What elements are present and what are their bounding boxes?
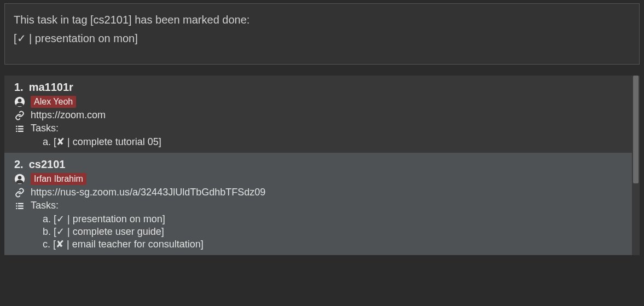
svg-rect-11 [18, 203, 24, 204]
module-list: 1.ma1101rAlex Yeohhttps://zoom.comTasks:… [4, 76, 632, 255]
subtasks: a. [✓ | presentation on mon]b. [✓ | comp… [43, 213, 622, 250]
svg-rect-13 [18, 205, 24, 206]
svg-rect-12 [16, 205, 17, 206]
module-title: 1.ma1101r [14, 81, 622, 94]
status-line-1: This task in tag [cs2101] has been marke… [14, 10, 630, 29]
tasks-header-row: Tasks: [14, 123, 622, 134]
link-row: https://zoom.com [14, 109, 622, 121]
link-icon [14, 111, 25, 120]
list-icon [14, 201, 25, 211]
module-link[interactable]: https://nus-sg.zoom.us/a/32443JlUldTbGdh… [31, 187, 265, 198]
svg-point-9 [18, 176, 22, 180]
module-name: ma1101r [29, 81, 73, 93]
tasks-label: Tasks: [31, 200, 59, 211]
tasks-label: Tasks: [31, 123, 59, 134]
svg-rect-3 [18, 125, 24, 126]
svg-rect-6 [16, 130, 17, 131]
subtask: b. [✓ | complete user guide] [43, 226, 622, 238]
link-icon [14, 188, 25, 198]
tasks-header-row: Tasks: [14, 200, 622, 211]
person-icon [14, 174, 25, 184]
module-index: 1. [14, 81, 24, 93]
svg-rect-7 [18, 130, 24, 131]
module-name: cs2101 [29, 158, 66, 170]
subtask: a. [✘ | complete tutorial 05] [43, 136, 622, 148]
svg-rect-5 [18, 128, 24, 129]
module-link[interactable]: https://zoom.com [31, 109, 106, 121]
person-row: Irfan Ibrahim [14, 173, 622, 185]
person-icon [14, 96, 25, 107]
module-list-panel: 1.ma1101rAlex Yeohhttps://zoom.comTasks:… [4, 76, 640, 255]
person-badge: Irfan Ibrahim [31, 173, 86, 185]
status-line-2: [✓ | presentation on mon] [14, 29, 630, 48]
link-row: https://nus-sg.zoom.us/a/32443JlUldTbGdh… [14, 187, 622, 198]
svg-point-1 [18, 99, 22, 102]
svg-rect-14 [16, 207, 17, 209]
subtask: a. [✓ | presentation on mon] [43, 213, 622, 225]
module-card[interactable]: 1.ma1101rAlex Yeohhttps://zoom.comTasks:… [4, 76, 632, 153]
status-panel: This task in tag [cs2101] has been marke… [4, 3, 640, 65]
module-index: 2. [14, 158, 24, 170]
svg-rect-15 [18, 207, 24, 209]
module-card[interactable]: 2.cs2101Irfan Ibrahimhttps://nus-sg.zoom… [4, 153, 632, 255]
svg-rect-2 [16, 125, 17, 126]
subtask: c. [✘ | email teacher for consultation] [43, 238, 622, 250]
scrollbar-track[interactable] [632, 76, 640, 255]
scrollbar-thumb[interactable] [633, 76, 639, 183]
person-badge: Alex Yeoh [31, 96, 76, 108]
svg-rect-4 [16, 128, 17, 129]
subtasks: a. [✘ | complete tutorial 05] [43, 136, 622, 148]
person-row: Alex Yeoh [14, 96, 622, 108]
list-icon [14, 124, 25, 134]
svg-rect-10 [16, 203, 17, 204]
module-title: 2.cs2101 [14, 158, 622, 171]
